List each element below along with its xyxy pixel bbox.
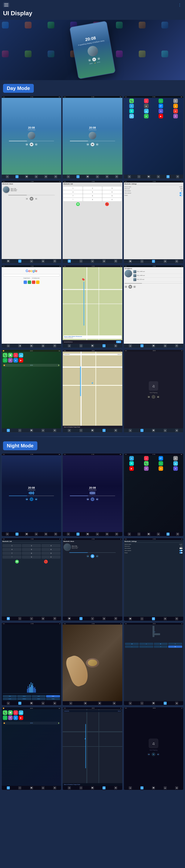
- nbn8-home[interactable]: ●: [7, 786, 10, 789]
- nav-music-2[interactable]: ♫: [76, 175, 79, 178]
- ios-yt[interactable]: ▶: [19, 358, 23, 363]
- nbn3-call[interactable]: ●: [91, 617, 94, 620]
- nav-nav-1[interactable]: ▲: [35, 175, 38, 178]
- bn3-apps[interactable]: ■: [164, 260, 167, 263]
- nnp-next[interactable]: ▶▶: [157, 753, 160, 756]
- nbn5-phone[interactable]: ☎: [30, 702, 33, 705]
- app-carplay[interactable]: ▲: [144, 104, 149, 108]
- ios-messages[interactable]: 💬: [8, 353, 12, 358]
- bottom-nav-nav[interactable]: ● ♫ ☎ ▲ ■: [63, 428, 122, 433]
- n-auto-answer-toggle[interactable]: [180, 548, 183, 549]
- nbn-phone-2[interactable]: ☎: [86, 533, 89, 536]
- bn8-apps[interactable]: ■: [114, 429, 117, 432]
- app-7[interactable]: ●: [129, 114, 134, 118]
- bn2-apps[interactable]: ■: [103, 259, 106, 262]
- eq-preset-1[interactable]: POP: [3, 695, 17, 698]
- nbn8-apps[interactable]: ■: [53, 786, 56, 789]
- nav-phone-1[interactable]: ☎: [25, 175, 28, 178]
- bn-music[interactable]: ♫: [18, 259, 21, 262]
- social-prev[interactable]: ◀◀: [125, 285, 127, 288]
- n-prev-1[interactable]: ◀◀: [25, 498, 28, 501]
- nbn9-home[interactable]: ●: [68, 786, 71, 789]
- nbn-apps-3[interactable]: ■: [166, 533, 169, 536]
- night-nav-12[interactable]: ● ♫ ☎ ▲ ■: [124, 786, 183, 790]
- youtube-icon[interactable]: [32, 281, 35, 284]
- prev-btn[interactable]: ◀◀: [88, 59, 91, 62]
- nios-phone[interactable]: 📞: [3, 710, 7, 715]
- night-nav-10[interactable]: ● ♫ ☎ ▲ ■: [2, 786, 61, 790]
- np-prev[interactable]: ◀◀: [148, 396, 150, 398]
- nbn8-music[interactable]: ♫: [18, 786, 21, 789]
- bn-set[interactable]: ⚙: [53, 259, 56, 262]
- bn7-nav[interactable]: ▲: [42, 429, 45, 432]
- np-next[interactable]: ▶▶: [157, 396, 160, 398]
- bn2-music[interactable]: ♫: [79, 259, 82, 262]
- bn-call[interactable]: ●: [30, 259, 33, 262]
- bn9-phone[interactable]: ☎: [152, 429, 155, 432]
- app-6[interactable]: ●: [173, 109, 178, 113]
- nios-podcast[interactable]: 🎙: [8, 715, 12, 720]
- bottom-nav-np[interactable]: ● ♫ ☎ ▲ ■: [124, 428, 183, 433]
- bn6-home[interactable]: ●: [129, 344, 132, 347]
- nk-8[interactable]: 8: [22, 552, 41, 555]
- bottom-nav-1[interactable]: ● ♫ ☎ ▲ ■ ⚙: [2, 175, 61, 179]
- bn4-back[interactable]: ◀: [18, 344, 21, 347]
- app-waze[interactable]: W: [129, 109, 134, 113]
- bottom-nav-3[interactable]: ● ♫ ☎ ▲ ■ ⚙: [124, 175, 183, 179]
- nbn6-fwd[interactable]: ▶: [98, 702, 101, 705]
- bottom-nav-2[interactable]: ● ♫ ☎ ▲ ■ ⚙: [63, 175, 122, 179]
- nbn-nav-2[interactable]: ▲: [96, 533, 99, 536]
- app-4[interactable]: ●: [173, 104, 178, 108]
- key-9[interactable]: 9: [103, 194, 122, 197]
- nbn10-phone[interactable]: ☎: [152, 786, 155, 789]
- nbn6-apps[interactable]: ■: [113, 702, 116, 705]
- nbn-phone-1[interactable]: ☎: [25, 533, 28, 536]
- ios-podcast[interactable]: 🎙: [8, 358, 12, 363]
- n-call-btn[interactable]: ☎: [15, 560, 19, 563]
- key-5[interactable]: 5: [83, 190, 102, 194]
- next-btn[interactable]: ▶▶: [97, 57, 100, 60]
- bn6-phone[interactable]: ☎: [152, 344, 155, 347]
- nk-star[interactable]: *: [2, 555, 21, 559]
- eq-preset-7[interactable]: BASS: [32, 698, 46, 700]
- ios-music[interactable]: ♫: [14, 353, 18, 358]
- key-hash[interactable]: #: [103, 198, 122, 201]
- key-2[interactable]: 2: [83, 187, 102, 190]
- n-music[interactable]: ♫: [144, 456, 149, 461]
- nbn4-set[interactable]: ⚙: [175, 617, 178, 620]
- power-toggle[interactable]: [180, 194, 183, 196]
- bn5-apps[interactable]: ■: [114, 344, 117, 347]
- bottom-nav-bt-settings[interactable]: ☎ ♫ BT ■ ⚙: [124, 259, 183, 264]
- eq-preset-6[interactable]: DANCE: [17, 698, 31, 700]
- bn5-music[interactable]: ♫: [79, 344, 82, 347]
- nbn9-music[interactable]: ♫: [79, 786, 82, 789]
- bottom-nav-map[interactable]: ● ♫ ☎ ▲ ■: [63, 344, 122, 348]
- n-auto-connect-toggle[interactable]: [180, 550, 183, 551]
- np-play[interactable]: ▶: [152, 395, 155, 399]
- night-nav-7[interactable]: ● ♫ ☎ ▲ ■: [2, 701, 61, 705]
- eq-preset-2[interactable]: ROCK: [17, 695, 31, 698]
- nav-phone-3[interactable]: ☎: [147, 175, 150, 178]
- nbn-apps-2[interactable]: ■: [106, 533, 109, 536]
- bn7-music[interactable]: ♫: [18, 429, 21, 432]
- social-next[interactable]: ▶▶: [133, 285, 136, 288]
- nk-3[interactable]: 3: [42, 544, 60, 547]
- night-nav-5[interactable]: ☎ ♫ ● ■ ⚙: [63, 617, 122, 621]
- bn5-home[interactable]: ●: [68, 344, 71, 347]
- nav-dots-icon[interactable]: ⋮: [178, 3, 182, 7]
- nk-7[interactable]: 7: [2, 552, 21, 555]
- feeling-lucky-btn[interactable]: I'm Feeling Lucky: [31, 277, 40, 279]
- nbn7-apps[interactable]: ■: [175, 702, 178, 705]
- key-4[interactable]: 4: [63, 190, 82, 194]
- nbn4-music[interactable]: ♫: [140, 617, 143, 620]
- play-2[interactable]: ▮▮: [90, 143, 95, 146]
- nbn3-music[interactable]: ♫: [79, 617, 82, 620]
- nbn9-phone[interactable]: ☎: [91, 786, 94, 789]
- key-3[interactable]: 3: [103, 187, 122, 190]
- nk-4[interactable]: 4: [2, 548, 21, 551]
- nav-btn-7[interactable]: ↻: [154, 646, 168, 648]
- key-7[interactable]: 7: [63, 194, 82, 197]
- nav-home-1[interactable]: ●: [6, 175, 9, 178]
- app-bt[interactable]: BT: [159, 104, 163, 108]
- bt-next[interactable]: ▶▶: [35, 197, 37, 200]
